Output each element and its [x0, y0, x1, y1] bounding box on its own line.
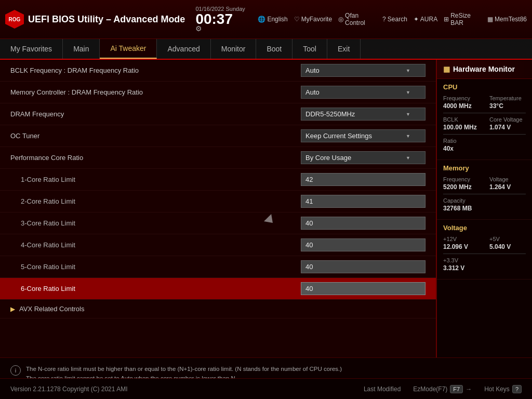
tab-advanced[interactable]: Advanced [157, 39, 210, 59]
cpu-temp-col: Temperature 33°C [489, 95, 526, 110]
setting-value-4[interactable]: By Core Usage [301, 151, 425, 164]
avx-arrow-icon: ▶ [10, 305, 15, 313]
tab-monitor[interactable]: Monitor [211, 39, 257, 59]
topbar-memtest[interactable]: ▦ MemTest86 [487, 16, 527, 23]
setting-label-3: OC Tuner [10, 132, 301, 140]
setting-row-3[interactable]: OC Tuner Keep Current Settings [0, 125, 436, 147]
setting-row-8[interactable]: 4-Core Ratio Limit 40 [0, 234, 436, 256]
top-bar: ROG UEFI BIOS Utility – Advanced Mode 01… [0, 0, 532, 39]
mem-freq-label: Frequency [443, 176, 480, 182]
setting-label-9: 5-Core Ratio Limit [10, 263, 301, 271]
setting-label-0: BCLK Frequency : DRAM Frequency Ratio [10, 66, 301, 74]
mem-volt-col: Voltage 1.264 V [489, 176, 526, 191]
topbar-english[interactable]: 🌐 English [258, 16, 287, 23]
volt-33v-value: 3.312 V [443, 264, 480, 272]
topbar-search[interactable]: ? Search [382, 16, 407, 23]
setting-label-5: 1-Core Ratio Limit [10, 176, 301, 183]
cpu-corevolt-value: 1.074 V [489, 124, 526, 131]
setting-value-2[interactable]: DDR5-5250MHz [301, 108, 425, 121]
cpu-row-2: Ratio 40x [443, 138, 526, 152]
dropdown-3[interactable]: Keep Current Settings [301, 129, 425, 142]
setting-value-6[interactable]: 41 [301, 195, 425, 208]
f7-key: F7 [450, 385, 463, 393]
setting-row-9[interactable]: 5-Core Ratio Limit 40 [0, 256, 436, 278]
input-5[interactable]: 42 [301, 173, 425, 186]
volt-33v-col: +3.3V 3.312 V [443, 257, 480, 272]
setting-row-6[interactable]: 2-Core Ratio Limit 41 [0, 191, 436, 212]
mem-divider [443, 194, 526, 194]
tab-main[interactable]: Main [63, 39, 100, 59]
setting-row-0[interactable]: BCLK Frequency : DRAM Frequency Ratio Au… [0, 60, 436, 82]
tab-ai-tweaker[interactable]: Ai Tweaker [100, 39, 157, 59]
ez-mode-button[interactable]: EzMode(F7) F7 → [413, 385, 472, 393]
mem-cap-col: Capacity 32768 MB [443, 197, 480, 212]
datetime-area: 01/16/2022 Sunday 00:37 ⚙ [195, 6, 247, 33]
topbar-myfavorite[interactable]: ♡ MyFavorite [294, 16, 332, 23]
version-text: Version 2.21.1278 Copyright (C) 2021 AMI [10, 385, 127, 393]
setting-value-5[interactable]: 42 [301, 173, 425, 186]
setting-row-10[interactable]: 6-Core Ratio Limit 40 [0, 278, 436, 300]
setting-row-1[interactable]: Memory Controller : DRAM Frequency Ratio… [0, 82, 436, 103]
monitor-icon: ▦ [443, 65, 450, 73]
dropdown-0[interactable]: Auto [301, 64, 425, 77]
setting-value-9[interactable]: 40 [301, 260, 425, 273]
cpu-divider-1 [443, 113, 526, 113]
setting-row-5[interactable]: 1-Core Ratio Limit 42 [0, 169, 436, 191]
version-bar: Version 2.21.1278 Copyright (C) 2021 AMI… [0, 378, 532, 399]
cpu-bclk-col: BCLK 100.00 MHz [443, 116, 480, 131]
volt-12v-label: +12V [443, 236, 480, 242]
setting-value-1[interactable]: Auto [301, 86, 425, 99]
tab-boot[interactable]: Boot [256, 39, 292, 59]
hw-section-memory: Memory Frequency 5200 MHz Voltage 1.264 … [437, 160, 532, 220]
mem-freq-col: Frequency 5200 MHz [443, 176, 480, 191]
cpu-ratio-col: Ratio 40x [443, 138, 480, 152]
cpu-temp-label: Temperature [489, 95, 526, 101]
setting-label-8: 4-Core Ratio Limit [10, 241, 301, 249]
hot-keys-button[interactable]: Hot Keys ? [484, 385, 522, 393]
setting-row-4[interactable]: Performance Core Ratio By Core Usage [0, 147, 436, 169]
volt-33v-label: +3.3V [443, 257, 480, 263]
setting-row-2[interactable]: DRAM Frequency DDR5-5250MHz [0, 103, 436, 125]
dropdown-1[interactable]: Auto [301, 86, 425, 99]
input-9[interactable]: 40 [301, 260, 425, 273]
input-8[interactable]: 40 [301, 238, 425, 251]
voltage-section-title: Voltage [443, 224, 526, 232]
last-modified-button[interactable]: Last Modified [364, 385, 401, 393]
mem-cap-label: Capacity [443, 197, 480, 204]
info-line-0: The N-core ratio limit must be higher th… [10, 364, 522, 374]
avx-related-controls-row[interactable]: ▶ AVX Related Controls [0, 300, 436, 318]
input-6[interactable]: 41 [301, 195, 425, 208]
last-modified-label: Last Modified [364, 385, 401, 393]
topbar-aura[interactable]: ✦ AURA [414, 16, 437, 23]
hw-monitor-header: ▦ Hardware Monitor [437, 60, 532, 79]
mem-cap-value: 32768 MB [443, 205, 480, 212]
hw-section-cpu: CPU Frequency 4000 MHz Temperature 33°C … [437, 79, 532, 160]
setting-value-8[interactable]: 40 [301, 238, 425, 251]
info-icon: i [10, 365, 21, 376]
setting-row-7[interactable]: 3-Core Ratio Limit 40 [0, 212, 436, 234]
volt-12v-value: 12.096 V [443, 243, 480, 250]
volt-5v-value: 5.040 V [489, 243, 526, 250]
ez-mode-label: EzMode(F7) [413, 385, 447, 393]
input-10[interactable]: 40 [301, 282, 425, 295]
cpu-corevolt-label: Core Voltage [489, 116, 526, 123]
mem-freq-value: 5200 MHz [443, 183, 480, 191]
cpu-row-1: BCLK 100.00 MHz Core Voltage 1.074 V [443, 116, 526, 131]
tab-my-favorites[interactable]: My Favorites [0, 39, 63, 59]
tab-exit[interactable]: Exit [327, 39, 361, 59]
tab-tool[interactable]: Tool [292, 39, 327, 59]
dropdown-2[interactable]: DDR5-5250MHz [301, 108, 425, 121]
setting-value-10[interactable]: 40 [301, 282, 425, 295]
volt-divider [443, 254, 526, 254]
setting-value-7[interactable]: 40 [301, 217, 425, 230]
topbar-qfan[interactable]: ◎ Qfan Control [338, 12, 376, 26]
setting-label-2: DRAM Frequency [10, 110, 301, 118]
setting-value-3[interactable]: Keep Current Settings [301, 129, 425, 142]
input-7[interactable]: 40 [301, 217, 425, 230]
topbar-resizebar[interactable]: ⊞ ReSize BAR [444, 12, 481, 26]
dropdown-4[interactable]: By Core Usage [301, 151, 425, 164]
volt-12v-col: +12V 12.096 V [443, 236, 480, 250]
cpu-section-title: CPU [443, 83, 526, 91]
setting-value-0[interactable]: Auto [301, 64, 425, 77]
cpu-row-0: Frequency 4000 MHz Temperature 33°C [443, 95, 526, 110]
